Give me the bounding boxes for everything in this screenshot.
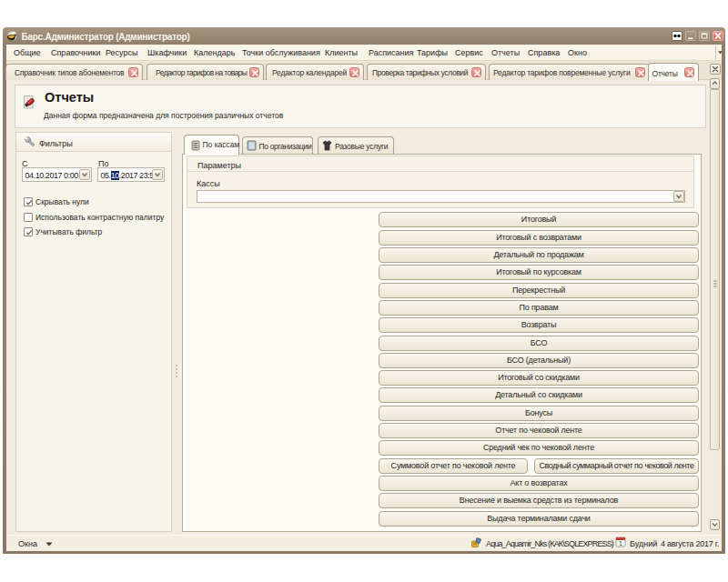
- svg-text:1: 1: [619, 540, 622, 547]
